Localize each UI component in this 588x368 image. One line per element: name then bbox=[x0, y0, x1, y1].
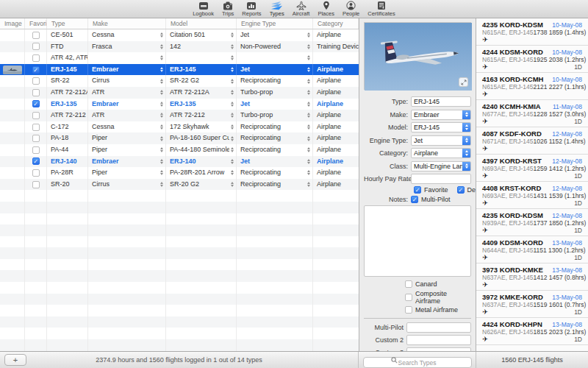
flight-entry[interactable]: 4235 KORD-KDSM10-May-08N615AE, ERJ-14517… bbox=[476, 18, 588, 46]
column-header-make[interactable]: Make bbox=[88, 18, 166, 29]
model-stepper[interactable] bbox=[229, 44, 234, 49]
make-stepper[interactable] bbox=[159, 170, 164, 175]
favorite-checkbox[interactable] bbox=[32, 135, 40, 142]
model-stepper[interactable] bbox=[229, 67, 234, 72]
engine-type-stepper[interactable] bbox=[306, 170, 311, 175]
combo-dropdown-button[interactable] bbox=[462, 122, 471, 132]
favorite-checkbox[interactable] bbox=[32, 32, 40, 39]
toolbar-item-types[interactable]: Types bbox=[270, 1, 284, 17]
model-stepper[interactable] bbox=[229, 136, 234, 141]
flight-entry[interactable]: 4408 KRST-KORD12-May-08N693AE, ERJ-14514… bbox=[476, 182, 588, 209]
model-stepper[interactable] bbox=[229, 32, 234, 38]
column-header-favorite[interactable]: Favorite bbox=[25, 18, 47, 29]
favorite-checkbox[interactable] bbox=[32, 181, 40, 188]
combo-dropdown-button[interactable] bbox=[462, 148, 471, 158]
table-row[interactable]: C-172Cessna172 SkyhawkReciprocatingAirpl… bbox=[0, 121, 359, 133]
toolbar-item-trips[interactable]: Trips bbox=[222, 1, 234, 17]
engine-type-stepper[interactable] bbox=[306, 90, 311, 95]
table-row[interactable]: SR-22CirrusSR-22 G2ReciprocatingAirplane bbox=[0, 75, 359, 87]
table-row[interactable]: FTDFrasca142Non-PoweredTraining Device bbox=[0, 41, 359, 53]
favorite-checkbox[interactable]: ✓ bbox=[32, 158, 40, 165]
column-header-model[interactable]: Model bbox=[166, 18, 237, 29]
text-field-type[interactable]: ERJ-145 bbox=[411, 96, 471, 107]
model-stepper[interactable] bbox=[229, 147, 234, 152]
multi-pilot-checkbox[interactable]: ✓ bbox=[411, 196, 418, 203]
text-field-hourlypayrate[interactable] bbox=[411, 174, 471, 184]
custom-field-input[interactable] bbox=[406, 322, 471, 333]
flight-entry[interactable]: 3973 KORD-KMKE13-May-08N637AE, ERJ-14514… bbox=[476, 263, 588, 291]
photo-expand-button[interactable] bbox=[459, 77, 468, 87]
default-checkbox[interactable]: ✓ bbox=[457, 186, 465, 194]
toolbar-item-aircraft[interactable]: Aircraft bbox=[293, 1, 310, 17]
favorite-checkbox[interactable]: ✓ bbox=[32, 100, 40, 107]
favorite-checkbox[interactable]: ✓ bbox=[414, 186, 421, 194]
make-stepper[interactable] bbox=[159, 159, 164, 164]
combo-dropdown-button[interactable] bbox=[462, 161, 471, 171]
engine-type-stepper[interactable] bbox=[306, 102, 311, 107]
table-row[interactable]: PA-28RPiperPA-28R-201 ArrowReciprocating… bbox=[0, 167, 359, 179]
make-stepper[interactable] bbox=[159, 102, 164, 107]
flight-entry[interactable]: 4235 KORD-KDSM12-May-08N939AE, ERJ-14517… bbox=[476, 209, 588, 236]
table-row[interactable]: PA-44PiperPA-44-180 SeminoleReciprocatin… bbox=[0, 144, 359, 156]
favorite-checkbox[interactable] bbox=[32, 146, 40, 154]
model-stepper[interactable] bbox=[229, 90, 234, 95]
engine-type-stepper[interactable] bbox=[306, 67, 311, 72]
make-stepper[interactable] bbox=[159, 44, 164, 49]
model-stepper[interactable] bbox=[229, 55, 234, 60]
table-row[interactable]: CE-501CessnaCitation 501JetAirplane bbox=[0, 29, 359, 41]
custom-field-input[interactable] bbox=[406, 335, 471, 345]
flight-entry[interactable]: 4087 KSDF-KORD12-May-08N671AE, ERJ-14510… bbox=[476, 127, 588, 155]
engine-type-stepper[interactable] bbox=[306, 182, 311, 187]
toolbar-item-people[interactable]: People bbox=[343, 1, 359, 17]
make-stepper[interactable] bbox=[159, 32, 164, 38]
combo-dropdown-button[interactable] bbox=[462, 110, 471, 120]
favorite-checkbox[interactable] bbox=[32, 169, 40, 177]
add-type-button[interactable]: + bbox=[4, 354, 26, 366]
canard-checkbox[interactable] bbox=[405, 280, 412, 288]
flight-entry[interactable]: 4244 KDSM-KORD10-May-08N615AE, ERJ-14519… bbox=[476, 46, 588, 73]
flight-entry[interactable]: 4163 KORD-KCMH10-May-08N615AE, ERJ-14521… bbox=[476, 73, 588, 100]
model-stepper[interactable] bbox=[229, 102, 234, 107]
flight-entry[interactable]: 4424 KORD-KHPN13-May-08N626AE, ERJ-14518… bbox=[476, 318, 588, 345]
combo-field-model[interactable]: ERJ-145 bbox=[411, 122, 471, 132]
table-row[interactable]: ATR 42, ATR 72 bbox=[0, 52, 359, 64]
toolbar-item-logbook[interactable]: Logbook bbox=[193, 1, 214, 17]
combo-field-make[interactable]: Embraer bbox=[411, 110, 471, 120]
toolbar-item-certificates[interactable]: Certificates bbox=[368, 1, 395, 17]
engine-type-stepper[interactable] bbox=[306, 79, 311, 84]
make-stepper[interactable] bbox=[159, 79, 164, 84]
model-stepper[interactable] bbox=[229, 182, 234, 187]
make-stepper[interactable] bbox=[159, 182, 164, 187]
column-header-image[interactable]: Image bbox=[0, 18, 25, 29]
model-stepper[interactable] bbox=[229, 159, 234, 164]
table-row[interactable]: ✓ERJ-140EmbraerERJ-140JetAirplane bbox=[0, 156, 359, 168]
make-stepper[interactable] bbox=[159, 113, 164, 118]
search-types-input[interactable] bbox=[363, 357, 472, 368]
make-stepper[interactable] bbox=[159, 90, 164, 95]
favorite-checkbox[interactable]: ✓ bbox=[32, 66, 40, 74]
column-header-type[interactable]: Type bbox=[47, 18, 88, 29]
engine-type-stepper[interactable] bbox=[306, 55, 311, 60]
favorite-checkbox[interactable] bbox=[32, 124, 40, 131]
engine-type-stepper[interactable] bbox=[306, 136, 311, 141]
flight-entry[interactable]: 4397 KORD-KRST12-May-08N693AE, ERJ-14512… bbox=[476, 155, 588, 182]
flight-entry[interactable]: 4409 KDSM-KORD13-May-08N644AE, ERJ-14511… bbox=[476, 236, 588, 263]
table-row[interactable]: ✓ERJ-145EmbraerERJ-145JetAirplane bbox=[0, 64, 359, 76]
flight-entry[interactable]: 4240 KCMH-KMIA11-May-08N677AE, ERJ-14512… bbox=[476, 100, 588, 127]
combo-field-category[interactable]: Airplane bbox=[411, 148, 471, 158]
model-stepper[interactable] bbox=[229, 124, 234, 130]
model-stepper[interactable] bbox=[229, 113, 234, 118]
table-row[interactable]: PA-18PiperPA-18-160 Super CubReciprocati… bbox=[0, 132, 359, 144]
combo-field-class[interactable]: Multi-Engine Land bbox=[411, 161, 471, 171]
table-row[interactable]: SR-20CirrusSR-20 G2ReciprocatingAirplane bbox=[0, 179, 359, 191]
notes-textarea[interactable] bbox=[364, 205, 471, 277]
make-stepper[interactable] bbox=[159, 124, 164, 130]
table-row[interactable]: ATR 72-212ATRATR 72-212Turbo-propAirplan… bbox=[0, 110, 359, 121]
engine-type-stepper[interactable] bbox=[306, 159, 311, 164]
combo-field-enginetype[interactable]: Jet bbox=[411, 135, 471, 146]
metal-airframe-checkbox[interactable] bbox=[405, 306, 412, 314]
make-stepper[interactable] bbox=[159, 136, 164, 141]
make-stepper[interactable] bbox=[159, 147, 164, 152]
engine-type-stepper[interactable] bbox=[306, 124, 311, 130]
favorite-checkbox[interactable] bbox=[32, 43, 40, 50]
